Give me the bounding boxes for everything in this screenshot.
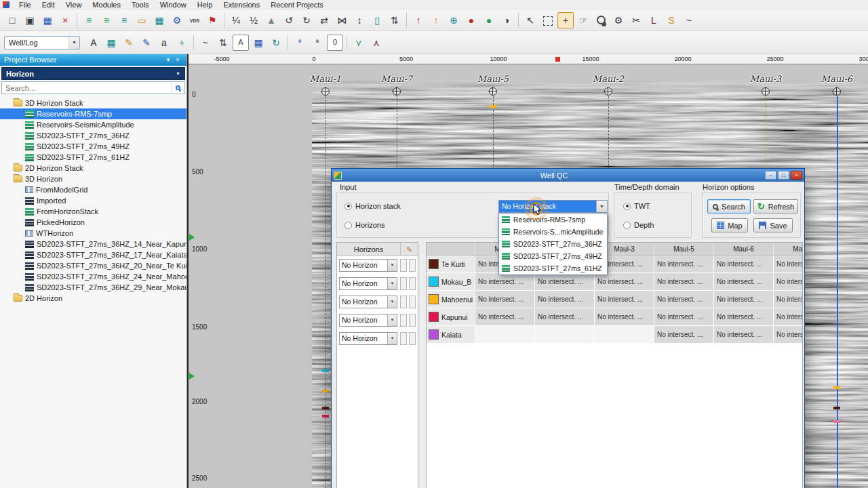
horizon-flag-cell[interactable] [400,332,407,345]
fork-up-icon[interactable]: ⋏ [368,35,384,51]
log-table-icon[interactable]: ▦ [103,35,119,51]
bowtie-icon[interactable]: ⋈ [334,12,350,28]
table-cell[interactable]: No intersect. ... [774,326,803,344]
menu-modules[interactable]: Modules [87,0,126,9]
cursor-icon[interactable]: ↖ [522,12,538,28]
add-icon[interactable]: + [174,35,190,51]
table-cell[interactable] [595,326,654,344]
dropdown-option[interactable]: SD2023-STFT_27ms_36HZ [499,238,607,250]
menu-tools[interactable]: Tools [126,0,155,9]
horizon-name-cell[interactable]: Kaiata [427,326,475,344]
tree-item-wthorizon[interactable]: WTHorizon [0,228,186,239]
horizon-name-cell[interactable]: Mokau_B [427,273,475,291]
grid-icon[interactable]: ▦ [250,35,267,51]
gear-icon[interactable]: ⚙ [169,12,185,28]
horizon-name-cell[interactable]: Te Kuiti [427,256,475,273]
table-cell[interactable]: No intersect. ... [714,256,774,273]
tree-item-frommodelgrid[interactable]: FromModelGrid [0,184,186,195]
tree-item-3d-horizon[interactable]: 3D Horizon [0,174,186,184]
tree-item-3d-horizon-stack[interactable]: 3D Horizon Stack [0,98,186,108]
table-cell[interactable]: No intersect. ... [595,273,654,291]
table-cell[interactable]: No intersect. ... [654,308,714,326]
horizon-flag-cell[interactable] [400,296,407,308]
table-cell[interactable]: No intersect. ... [535,291,595,308]
map-button[interactable]: Map [711,218,748,232]
wiggle-icon[interactable]: ~ [197,35,214,51]
panel-menu-icon[interactable]: ▾ [163,54,173,66]
marquee-select-icon[interactable] [540,12,556,28]
table-cell[interactable]: No intersect. ... [535,308,595,326]
refresh-button[interactable]: ↻ Refresh [753,199,798,214]
menu-help[interactable]: Help [192,0,218,9]
horizon-stack-combo[interactable]: No Horizon stack ▼ [498,200,608,213]
fork-down-icon[interactable]: ⋎ [351,35,367,51]
tree-item-near-kapuni[interactable]: SD2023-STFT_27ms_36HZ_14_Near_Kapuni [0,239,186,249]
rotate-right-icon[interactable]: ↻ [298,12,315,28]
menu-recent-projects[interactable]: Recent Projects [265,0,329,9]
sort-icon[interactable]: ⇅ [215,35,231,51]
vds-icon[interactable]: VDS [186,12,203,28]
tree-item-near-kaiata[interactable]: SD2023-STFT_27ms_36HZ_17_Near_Kaiata [0,249,186,260]
star-up-icon[interactable]: * [292,35,308,51]
swap-horizontal-icon[interactable]: ⇄ [316,12,332,28]
horizon-stack-2-icon[interactable]: ≡ [98,12,115,28]
contrast-dot-icon[interactable]: ◑ [498,12,515,28]
gears-icon[interactable]: ⚙ [610,12,627,28]
radio-twt[interactable]: TWT [623,202,650,210]
horizon-flag-cell[interactable] [409,332,416,345]
tree-item-stft-36hz[interactable]: SD2023-STFT_27ms_36HZ [0,130,186,141]
menu-file[interactable]: File [14,0,37,9]
move-crosshair-icon[interactable]: + [557,12,574,28]
well-up-red-icon[interactable]: ↑ [410,12,427,28]
horizon-flag-cell[interactable] [409,259,416,272]
well-log-combo[interactable]: Well/Log ▼ [4,36,80,49]
maximize-button[interactable]: □ [778,171,789,180]
dot-green-icon[interactable]: ● [481,12,497,28]
tree-item-stft-49hz[interactable]: SD2023-STFT_27ms_49HZ [0,141,186,152]
tree-item-reservoirs-seismicamplitude[interactable]: Reservoirs-SeismicAmplitude [0,119,186,130]
crosshair-circle-icon[interactable]: ⊕ [446,12,462,28]
tree-item-reservoirs-rms[interactable]: Reservoirs-RMS-7smp [0,108,186,119]
table-cell[interactable] [475,326,535,344]
table-cell[interactable]: No intersect. ... [535,273,595,291]
horizon-stack-icon[interactable]: ≡ [81,12,97,28]
menu-edit[interactable]: Edit [37,0,60,9]
half-fraction-icon[interactable]: ½ [245,12,262,28]
radio-depth[interactable]: Depth [623,221,654,229]
table-cell[interactable]: No intersect. ... [654,256,714,273]
table-cell[interactable]: No intersect. ... [475,273,535,291]
save-icon[interactable]: ▦ [39,12,56,28]
scissors-icon[interactable]: ✂ [628,12,644,28]
radio-horizon-stack[interactable]: Horizon stack [344,202,401,210]
menu-window[interactable]: Window [155,0,192,9]
radio-horizons[interactable]: Horizons [344,221,384,229]
pan-hand-icon[interactable]: ☞ [575,12,591,28]
table-cell[interactable]: No intersect. ... [654,291,714,308]
horizon-flag-cell[interactable] [409,296,416,308]
table-cell[interactable]: No intersect. ... [475,291,535,308]
star-down-icon[interactable]: * [309,35,326,51]
table-cell[interactable]: No intersect. ... [654,273,714,291]
table-cell[interactable]: No intersect. ... [595,308,654,326]
horizon-select[interactable]: No Horizon▼ [339,296,397,308]
horizon-select[interactable]: No Horizon▼ [339,332,397,345]
table-icon[interactable]: ▦ [151,12,167,28]
table-cell[interactable]: No intersect. ... [714,273,774,291]
dialog-title-bar[interactable]: Well QC – □ × [332,169,804,182]
horizon-flag-cell[interactable] [400,259,407,272]
search-input[interactable] [2,83,171,93]
wave-icon[interactable]: ~ [681,12,697,28]
tree-item-near-te-kuiti[interactable]: SD2023-STFT_27ms_36HZ_20_Near_Te Kuiti [0,260,186,271]
horizon-flag-cell[interactable] [409,314,416,327]
table-cell[interactable]: No intersect. ... [714,291,774,308]
close-button[interactable]: × [791,171,802,180]
spool-icon[interactable]: ▯ [369,12,385,28]
pick-a-icon[interactable]: A [85,35,102,51]
browser-type-combo[interactable]: Horizon ▼ [1,67,185,80]
well-up-orange-icon[interactable]: ↑ [428,12,444,28]
menu-view[interactable]: View [60,0,87,9]
tree-item-imported[interactable]: Imported [0,195,186,206]
horizon-flag-cell[interactable] [400,277,407,290]
new-document-icon[interactable]: □ [4,12,20,28]
horizon-select[interactable]: No Horizon▼ [339,277,397,290]
